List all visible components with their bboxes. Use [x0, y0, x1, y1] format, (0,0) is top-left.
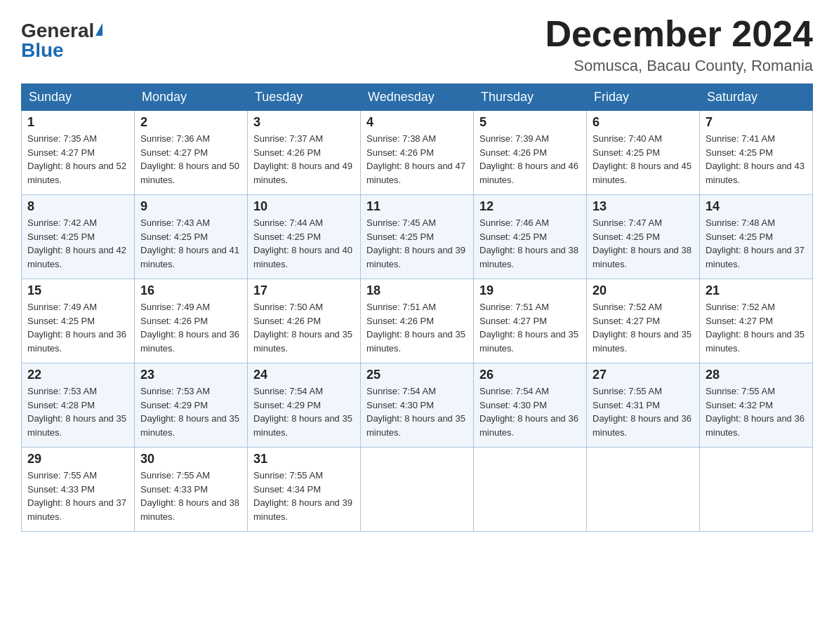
day-number: 11: [366, 199, 468, 214]
day-info: Sunrise: 7:54 AMSunset: 4:30 PMDaylight:…: [479, 386, 578, 438]
day-number: 3: [253, 115, 355, 130]
day-info: Sunrise: 7:38 AMSunset: 4:26 PMDaylight:…: [366, 133, 465, 185]
day-info: Sunrise: 7:40 AMSunset: 4:25 PMDaylight:…: [593, 133, 691, 185]
calendar-cell: 14 Sunrise: 7:48 AMSunset: 4:25 PMDaylig…: [700, 195, 813, 279]
day-info: Sunrise: 7:55 AMSunset: 4:31 PMDaylight:…: [593, 386, 691, 438]
day-info: Sunrise: 7:39 AMSunset: 4:26 PMDaylight:…: [479, 133, 578, 185]
day-number: 2: [140, 115, 241, 130]
calendar-cell: 10 Sunrise: 7:44 AMSunset: 4:25 PMDaylig…: [248, 195, 361, 279]
day-number: 27: [593, 368, 694, 382]
calendar-cell: 21 Sunrise: 7:52 AMSunset: 4:27 PMDaylig…: [700, 279, 813, 363]
logo-triangle-icon: [95, 23, 102, 36]
logo-blue-text: Blue: [21, 41, 64, 60]
day-info: Sunrise: 7:52 AMSunset: 4:27 PMDaylight:…: [593, 302, 691, 354]
calendar-cell: 28 Sunrise: 7:55 AMSunset: 4:32 PMDaylig…: [700, 363, 813, 448]
calendar-header-thursday: Thursday: [474, 84, 587, 111]
calendar-cell: 25 Sunrise: 7:54 AMSunset: 4:30 PMDaylig…: [361, 363, 474, 448]
calendar-header-saturday: Saturday: [700, 84, 813, 111]
calendar-cell: 4 Sunrise: 7:38 AMSunset: 4:26 PMDayligh…: [361, 111, 474, 195]
calendar-cell: 16 Sunrise: 7:49 AMSunset: 4:26 PMDaylig…: [135, 279, 248, 363]
day-info: Sunrise: 7:53 AMSunset: 4:28 PMDaylight:…: [27, 386, 126, 438]
calendar-cell: 15 Sunrise: 7:49 AMSunset: 4:25 PMDaylig…: [22, 279, 135, 363]
day-info: Sunrise: 7:54 AMSunset: 4:29 PMDaylight:…: [253, 386, 352, 438]
calendar-cell: 3 Sunrise: 7:37 AMSunset: 4:26 PMDayligh…: [248, 111, 361, 195]
calendar-week-row: 1 Sunrise: 7:35 AMSunset: 4:27 PMDayligh…: [22, 111, 813, 195]
calendar-header-sunday: Sunday: [22, 84, 135, 111]
calendar-cell: 23 Sunrise: 7:53 AMSunset: 4:29 PMDaylig…: [135, 363, 248, 448]
day-number: 4: [366, 115, 468, 130]
day-number: 9: [140, 199, 241, 214]
day-number: 28: [706, 368, 807, 382]
day-number: 22: [27, 368, 128, 382]
day-info: Sunrise: 7:43 AMSunset: 4:25 PMDaylight:…: [140, 217, 239, 269]
day-number: 29: [27, 452, 128, 467]
calendar-header-friday: Friday: [587, 84, 700, 111]
day-info: Sunrise: 7:51 AMSunset: 4:27 PMDaylight:…: [479, 302, 578, 354]
calendar-cell: [474, 448, 587, 532]
calendar-header-monday: Monday: [135, 84, 248, 111]
logo: General Blue: [21, 21, 102, 60]
day-number: 14: [706, 199, 807, 214]
calendar-cell: [700, 448, 813, 532]
day-number: 12: [479, 199, 581, 214]
calendar-cell: 29 Sunrise: 7:55 AMSunset: 4:33 PMDaylig…: [22, 448, 135, 532]
day-number: 24: [253, 368, 355, 382]
calendar-cell: 18 Sunrise: 7:51 AMSunset: 4:26 PMDaylig…: [361, 279, 474, 363]
day-info: Sunrise: 7:55 AMSunset: 4:32 PMDaylight:…: [706, 386, 805, 438]
calendar-cell: 19 Sunrise: 7:51 AMSunset: 4:27 PMDaylig…: [474, 279, 587, 363]
calendar-cell: 11 Sunrise: 7:45 AMSunset: 4:25 PMDaylig…: [361, 195, 474, 279]
day-info: Sunrise: 7:46 AMSunset: 4:25 PMDaylight:…: [479, 217, 578, 269]
calendar-cell: 31 Sunrise: 7:55 AMSunset: 4:34 PMDaylig…: [248, 448, 361, 532]
calendar-cell: 2 Sunrise: 7:36 AMSunset: 4:27 PMDayligh…: [135, 111, 248, 195]
calendar-cell: [361, 448, 474, 532]
day-number: 19: [479, 283, 581, 298]
calendar-week-row: 8 Sunrise: 7:42 AMSunset: 4:25 PMDayligh…: [22, 195, 813, 279]
location-title: Somusca, Bacau County, Romania: [545, 57, 813, 75]
day-number: 23: [140, 368, 241, 382]
calendar-week-row: 15 Sunrise: 7:49 AMSunset: 4:25 PMDaylig…: [22, 279, 813, 363]
day-info: Sunrise: 7:49 AMSunset: 4:26 PMDaylight:…: [140, 302, 239, 354]
calendar-week-row: 22 Sunrise: 7:53 AMSunset: 4:28 PMDaylig…: [22, 363, 813, 448]
day-number: 25: [366, 368, 468, 382]
day-info: Sunrise: 7:35 AMSunset: 4:27 PMDaylight:…: [27, 133, 126, 185]
day-info: Sunrise: 7:37 AMSunset: 4:26 PMDaylight:…: [253, 133, 352, 185]
calendar-cell: 8 Sunrise: 7:42 AMSunset: 4:25 PMDayligh…: [22, 195, 135, 279]
day-number: 10: [253, 199, 355, 214]
day-number: 31: [253, 452, 355, 467]
day-info: Sunrise: 7:41 AMSunset: 4:25 PMDaylight:…: [706, 133, 805, 185]
day-info: Sunrise: 7:55 AMSunset: 4:33 PMDaylight:…: [140, 470, 239, 522]
calendar-cell: 26 Sunrise: 7:54 AMSunset: 4:30 PMDaylig…: [474, 363, 587, 448]
day-number: 20: [593, 283, 694, 298]
calendar-cell: 7 Sunrise: 7:41 AMSunset: 4:25 PMDayligh…: [700, 111, 813, 195]
day-info: Sunrise: 7:48 AMSunset: 4:25 PMDaylight:…: [706, 217, 805, 269]
calendar-header-wednesday: Wednesday: [361, 84, 474, 111]
calendar-cell: 17 Sunrise: 7:50 AMSunset: 4:26 PMDaylig…: [248, 279, 361, 363]
day-info: Sunrise: 7:42 AMSunset: 4:25 PMDaylight:…: [27, 217, 126, 269]
day-number: 26: [479, 368, 581, 382]
calendar-header-tuesday: Tuesday: [248, 84, 361, 111]
day-number: 13: [593, 199, 694, 214]
calendar-week-row: 29 Sunrise: 7:55 AMSunset: 4:33 PMDaylig…: [22, 448, 813, 532]
day-info: Sunrise: 7:47 AMSunset: 4:25 PMDaylight:…: [593, 217, 691, 269]
calendar-cell: 30 Sunrise: 7:55 AMSunset: 4:33 PMDaylig…: [135, 448, 248, 532]
day-info: Sunrise: 7:49 AMSunset: 4:25 PMDaylight:…: [27, 302, 126, 354]
calendar-cell: 24 Sunrise: 7:54 AMSunset: 4:29 PMDaylig…: [248, 363, 361, 448]
page-header: General Blue December 2024 Somusca, Baca…: [21, 14, 813, 75]
day-info: Sunrise: 7:54 AMSunset: 4:30 PMDaylight:…: [366, 386, 465, 438]
day-number: 21: [706, 283, 807, 298]
day-info: Sunrise: 7:55 AMSunset: 4:33 PMDaylight:…: [27, 470, 126, 522]
day-number: 18: [366, 283, 468, 298]
calendar-cell: 5 Sunrise: 7:39 AMSunset: 4:26 PMDayligh…: [474, 111, 587, 195]
day-number: 8: [27, 199, 128, 214]
calendar-cell: 13 Sunrise: 7:47 AMSunset: 4:25 PMDaylig…: [587, 195, 700, 279]
day-info: Sunrise: 7:52 AMSunset: 4:27 PMDaylight:…: [706, 302, 805, 354]
calendar-table: SundayMondayTuesdayWednesdayThursdayFrid…: [21, 83, 813, 532]
title-block: December 2024 Somusca, Bacau County, Rom…: [545, 14, 813, 75]
day-number: 16: [140, 283, 241, 298]
day-number: 15: [27, 283, 128, 298]
day-number: 17: [253, 283, 355, 298]
day-number: 30: [140, 452, 241, 467]
day-number: 7: [706, 115, 807, 130]
day-info: Sunrise: 7:36 AMSunset: 4:27 PMDaylight:…: [140, 133, 239, 185]
calendar-header-row: SundayMondayTuesdayWednesdayThursdayFrid…: [22, 84, 813, 111]
